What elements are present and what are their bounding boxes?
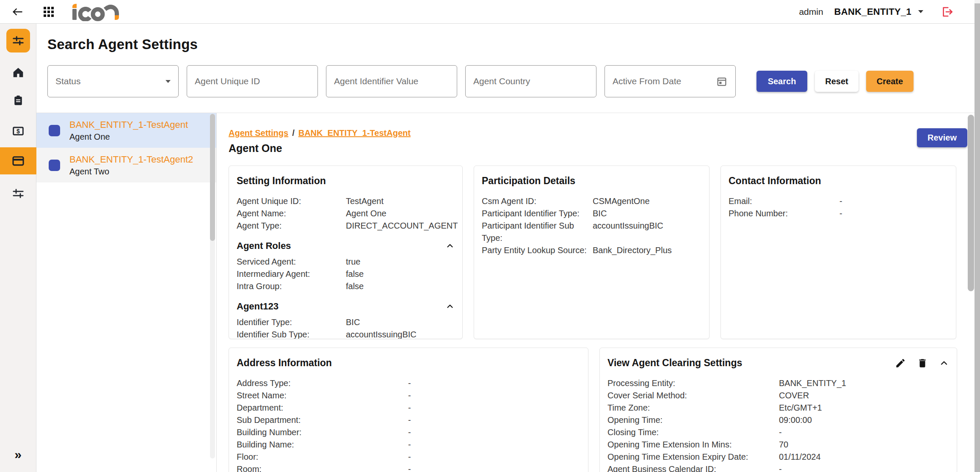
sidebar-expand-button[interactable]: » <box>14 448 22 461</box>
field-value: - <box>408 414 580 426</box>
field-value: - <box>408 402 580 414</box>
field-label: Opening Time Extension Expiry Date: <box>607 451 779 463</box>
field-value: false <box>346 268 455 280</box>
agent-item-text: BANK_ENTITY_1-TestAgent2Agent Two <box>69 154 193 177</box>
status-select[interactable]: Status <box>47 65 179 97</box>
field-value: CSMAgentOne <box>593 195 701 207</box>
sidebar-item-settings[interactable] <box>10 185 26 201</box>
edit-button[interactable] <box>895 358 906 369</box>
agent-country-input[interactable]: Agent Country <box>465 65 596 97</box>
field-label: Sub Department: <box>237 414 408 426</box>
field-row: Serviced Agent:true <box>237 256 455 268</box>
active-from-date-input[interactable]: Active From Date <box>605 65 736 97</box>
field-row: Opening Time Extension In Mins:70 <box>607 439 949 451</box>
card-title: Setting Information <box>237 175 455 187</box>
collapse-button[interactable] <box>445 302 455 311</box>
sidebar-item-home[interactable] <box>10 64 26 80</box>
card-icon <box>11 154 25 168</box>
status-placeholder: Status <box>55 76 81 86</box>
field-row: Processing Entity:BANK_ENTITY_1 <box>607 377 949 389</box>
agent-list-item[interactable]: BANK_ENTITY_1-TestAgentAgent One <box>36 113 216 148</box>
agent-id-link[interactable]: BANK_ENTITY_1-TestAgent <box>69 119 188 130</box>
field-value: - <box>779 426 949 439</box>
field-label: Identifier Sub Type: <box>237 328 346 339</box>
field-label: Cover Serial Method: <box>607 389 779 402</box>
card-title: Participation Details <box>482 175 701 187</box>
clearing-settings-card: View Agent Clearing Settings Proce <box>599 348 957 472</box>
field-value: - <box>408 451 580 463</box>
field-value: 70 <box>779 439 949 451</box>
field-label: Time Zone: <box>607 402 779 414</box>
topbar: admin BANK_ENTITY_1 <box>0 0 980 24</box>
page-scrollbar[interactable] <box>974 0 980 472</box>
card-rows: Email:-Phone Number:- <box>729 195 948 220</box>
participation-details-card: Participation Details Csm Agent ID:CSMAg… <box>474 166 709 339</box>
field-row: Street Name:- <box>237 389 580 402</box>
tune-icon <box>12 34 25 47</box>
field-row: Agent Name:Agent One <box>237 207 455 220</box>
field-value: 01/11/2024 <box>779 451 949 463</box>
list-scrollbar-thumb[interactable] <box>210 114 215 241</box>
chevron-up-icon <box>939 358 949 368</box>
field-value: 09:00:00 <box>779 414 949 426</box>
field-value: - <box>779 463 949 472</box>
back-button[interactable] <box>10 5 25 19</box>
agent-swatch-icon <box>49 125 60 136</box>
agent-identifier-value-input[interactable]: Agent Identifier Value <box>326 65 457 97</box>
collapse-button[interactable] <box>939 358 949 368</box>
agent-identifier-value-placeholder: Agent Identifier Value <box>334 76 418 86</box>
field-row: Room:- <box>237 463 580 472</box>
sidebar-item-tasks[interactable] <box>10 92 26 108</box>
back-arrow-icon <box>11 6 23 18</box>
edit-icon <box>895 358 906 369</box>
main: Search Agent Settings Status Agent Uniqu… <box>36 24 980 472</box>
sidebar-item-billing[interactable]: $ <box>10 123 26 139</box>
review-button[interactable]: Review <box>917 128 967 147</box>
collapse-button[interactable] <box>445 241 455 251</box>
field-row: Identifier Type:BIC <box>237 316 455 328</box>
agent-detail: Agent Settings/BANK_ENTITY_1-TestAgent A… <box>217 113 980 472</box>
contact-information-card: Contact Information Email:-Phone Number:… <box>721 166 956 339</box>
field-label: Floor: <box>237 451 408 463</box>
apps-grid-icon[interactable] <box>42 6 55 18</box>
content: BANK_ENTITY_1-TestAgentAgent OneBANK_ENT… <box>36 113 980 472</box>
page-scrollbar-thumb[interactable] <box>974 3 980 472</box>
cards-row-1: Setting Information Agent Unique ID:Test… <box>229 166 967 339</box>
detail-scrollbar-thumb[interactable] <box>968 115 974 291</box>
field-label: Agent Unique ID: <box>237 195 346 207</box>
search-button[interactable]: Search <box>756 71 807 92</box>
field-value: accountIssuingBIC <box>593 220 701 244</box>
field-value: false <box>346 280 455 293</box>
field-value: - <box>839 195 948 207</box>
section-title: Agent123 <box>237 301 279 312</box>
reset-button[interactable]: Reset <box>815 71 859 92</box>
entity-selector[interactable]: BANK_ENTITY_1 <box>834 6 923 17</box>
card-title: Contact Information <box>729 175 948 187</box>
field-value: accountIssuingBIC <box>346 328 455 339</box>
field-label: Party Entity Lookup Source: <box>482 244 593 257</box>
field-value: BIC <box>346 316 455 328</box>
logout-button[interactable] <box>940 5 955 19</box>
field-label: Participant Identifier Type: <box>482 207 593 220</box>
card-rows: Identifier Type:BICIdentifier Sub Type:a… <box>237 316 455 339</box>
card-sections: Agent RolesServiced Agent:trueIntermedia… <box>237 240 455 339</box>
sidebar-item-agents-active[interactable] <box>0 147 36 174</box>
svg-text:$: $ <box>17 128 20 135</box>
entity-name: BANK_ENTITY_1 <box>834 6 911 17</box>
field-row: Building Number:- <box>237 426 580 439</box>
field-row: Sub Department:- <box>237 414 580 426</box>
breadcrumb-link[interactable]: Agent Settings <box>229 128 288 138</box>
chevron-up-icon <box>445 302 455 311</box>
agent-unique-id-input[interactable]: Agent Unique ID <box>187 65 318 97</box>
agent-list-item[interactable]: BANK_ENTITY_1-TestAgent2Agent Two <box>36 148 216 182</box>
field-label: Agent Name: <box>237 207 346 220</box>
field-label: Agent Type: <box>237 220 346 232</box>
sidebar-item-agent-settings[interactable] <box>6 29 30 52</box>
field-value: DIRECT_ACCOUNT_AGENT <box>346 220 458 232</box>
logout-icon <box>941 6 954 18</box>
agent-id-link[interactable]: BANK_ENTITY_1-TestAgent2 <box>69 154 193 165</box>
breadcrumb-link[interactable]: BANK_ENTITY_1-TestAgent <box>298 128 411 138</box>
create-button[interactable]: Create <box>866 71 914 92</box>
field-row: Building Name:- <box>237 439 580 451</box>
delete-button[interactable] <box>917 358 928 369</box>
